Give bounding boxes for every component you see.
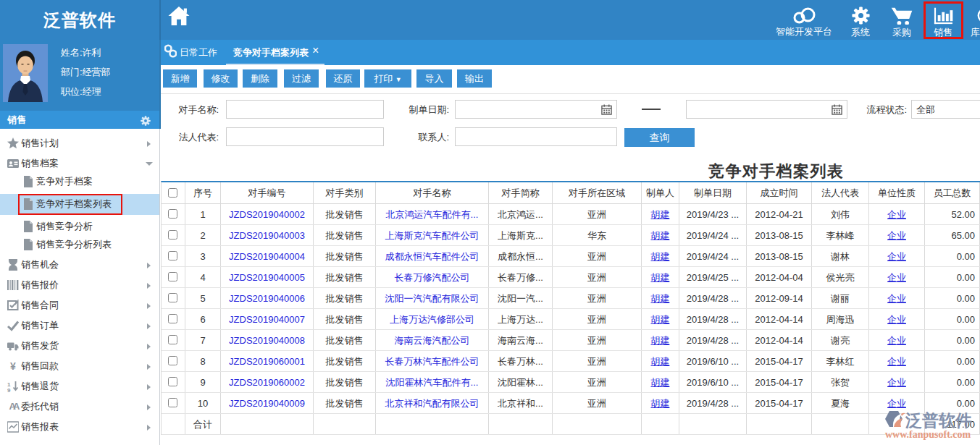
svg-text:泛普软件: 泛普软件	[905, 411, 972, 430]
svg-text:9: 9	[7, 387, 11, 392]
